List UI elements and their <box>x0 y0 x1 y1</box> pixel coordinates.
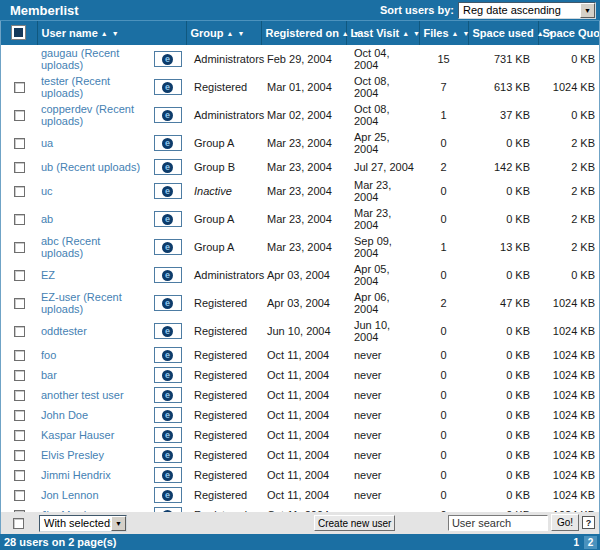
row-checkbox[interactable] <box>14 370 25 381</box>
user-profile-button[interactable]: e <box>154 211 182 227</box>
sort-ascending-icon[interactable]: ▲ <box>452 30 460 37</box>
chevron-down-icon[interactable]: ▼ <box>111 516 126 531</box>
username-link[interactable]: bar <box>41 369 57 381</box>
column-header-space-used[interactable]: Space used▲ ▼ <box>468 21 538 45</box>
row-checkbox[interactable] <box>14 214 25 225</box>
sort-descending-icon[interactable]: ▼ <box>462 30 470 37</box>
row-checkbox[interactable] <box>14 350 25 361</box>
username-link[interactable]: abc (Recent uploads) <box>41 235 100 259</box>
column-header-user-name[interactable]: User name▲ ▼ <box>37 21 186 45</box>
chevron-down-icon[interactable]: ▼ <box>580 3 595 18</box>
user-profile-button[interactable]: e <box>154 487 182 503</box>
sort-descending-icon[interactable]: ▼ <box>548 30 556 37</box>
user-profile-icon: e <box>162 430 173 441</box>
sort-ascending-icon[interactable]: ▲ <box>537 30 545 37</box>
user-profile-button[interactable]: e <box>154 183 182 199</box>
username-link[interactable]: John Doe <box>41 409 88 421</box>
select-all-checkbox[interactable] <box>12 26 25 39</box>
create-new-user-button[interactable]: Create new user <box>314 515 395 531</box>
user-profile-icon: e <box>162 350 173 361</box>
column-header-group[interactable]: Group▲ ▼ <box>186 21 261 45</box>
user-search-input[interactable] <box>448 515 548 531</box>
sort-users-select[interactable]: Reg date ascending ▼ <box>458 2 596 19</box>
username-link[interactable]: Jimmi Hendrix <box>41 469 111 481</box>
sort-ascending-icon[interactable]: ▲ <box>101 30 109 37</box>
username-cell: oddtester <box>37 317 149 345</box>
user-profile-button[interactable]: e <box>154 239 182 255</box>
sort-descending-icon[interactable]: ▼ <box>112 30 120 37</box>
user-profile-button[interactable]: e <box>154 79 182 95</box>
row-checkbox[interactable] <box>14 490 25 501</box>
username-link[interactable]: EZ <box>41 269 55 281</box>
username-link[interactable]: oddtester <box>41 325 87 337</box>
user-profile-button[interactable]: e <box>154 159 182 175</box>
row-checkbox[interactable] <box>14 326 25 337</box>
sort-descending-icon[interactable]: ▼ <box>413 30 421 37</box>
row-checkbox[interactable] <box>14 186 25 197</box>
username-link[interactable]: tester (Recent uploads) <box>41 75 110 99</box>
row-checkbox[interactable] <box>14 410 25 421</box>
help-icon[interactable]: ? <box>582 516 595 529</box>
row-checkbox[interactable] <box>14 242 25 253</box>
user-profile-button[interactable]: e <box>154 347 182 363</box>
user-profile-button[interactable]: e <box>154 51 182 67</box>
footer-select-checkbox[interactable] <box>13 518 24 529</box>
column-header-registered-on[interactable]: Registered on▲ ▼ <box>261 21 346 45</box>
user-row: abc (Recent uploads)eGroup AMar 23, 2004… <box>1 233 599 261</box>
username-link[interactable]: copperdev (Recent uploads) <box>41 103 134 127</box>
username-link[interactable]: gaugau (Recent uploads) <box>41 47 119 71</box>
row-checkbox[interactable] <box>14 390 25 401</box>
last-visit-cell: Oct 08, 2004 <box>346 73 419 101</box>
row-checkbox[interactable] <box>14 450 25 461</box>
user-profile-button[interactable]: e <box>154 467 182 483</box>
space-quota-cell: 0 KB <box>538 101 599 129</box>
username-link[interactable]: foo <box>41 349 56 361</box>
profile-button-cell: e <box>149 157 186 177</box>
user-profile-button[interactable]: e <box>154 447 182 463</box>
username-link[interactable]: Kaspar Hauser <box>41 429 114 441</box>
user-profile-button[interactable]: e <box>154 427 182 443</box>
username-link[interactable]: ua <box>41 137 53 149</box>
row-checkbox[interactable] <box>14 298 25 309</box>
column-header-files[interactable]: Files▲ ▼ <box>419 21 468 45</box>
sort-descending-icon[interactable]: ▼ <box>237 30 245 37</box>
username-link[interactable]: ub (Recent uploads) <box>41 161 140 173</box>
user-row: gaugau (Recent uploads)eAdministratorsFe… <box>1 45 599 73</box>
row-checkbox[interactable] <box>14 470 25 481</box>
user-profile-icon: e <box>162 370 173 381</box>
row-checkbox[interactable] <box>14 110 25 121</box>
row-checkbox[interactable] <box>14 162 25 173</box>
username-link[interactable]: Jon Lennon <box>41 489 99 501</box>
space-quota-cell: 0 KB <box>538 261 599 289</box>
user-profile-button[interactable]: e <box>154 407 182 423</box>
user-profile-button[interactable]: e <box>154 323 182 339</box>
with-selected-select[interactable]: With selected: ▼ <box>39 515 127 532</box>
user-profile-button[interactable]: e <box>154 295 182 311</box>
username-link[interactable]: Elvis Presley <box>41 449 104 461</box>
row-checkbox[interactable] <box>14 82 25 93</box>
row-checkbox-cell <box>1 365 37 385</box>
username-link[interactable]: uc <box>41 185 53 197</box>
username-link[interactable]: ab <box>41 213 53 225</box>
row-checkbox[interactable] <box>14 270 25 281</box>
user-profile-icon: e <box>162 326 173 337</box>
space-quota-cell: 2 KB <box>538 129 599 157</box>
username-link[interactable]: EZ-user (Recent uploads) <box>41 291 122 315</box>
sort-ascending-icon[interactable]: ▲ <box>402 30 410 37</box>
sort-ascending-icon[interactable]: ▲ <box>227 30 235 37</box>
sort-ascending-icon[interactable]: ▲ <box>342 30 350 37</box>
user-profile-button[interactable]: e <box>154 267 182 283</box>
space-quota-cell: 0 KB <box>538 45 599 73</box>
row-checkbox[interactable] <box>14 430 25 441</box>
profile-button-cell: e <box>149 101 186 129</box>
last-visit-cell: never <box>346 465 419 485</box>
username-link[interactable]: another test user <box>41 389 124 401</box>
row-checkbox[interactable] <box>14 138 25 149</box>
user-profile-button[interactable]: e <box>154 367 182 383</box>
page-link[interactable]: 2 <box>584 536 597 549</box>
user-profile-button[interactable]: e <box>154 387 182 403</box>
sort-descending-icon[interactable]: ▼ <box>353 30 361 37</box>
go-button[interactable]: Go! <box>551 514 579 531</box>
user-profile-button[interactable]: e <box>154 135 182 151</box>
user-profile-button[interactable]: e <box>154 107 182 123</box>
